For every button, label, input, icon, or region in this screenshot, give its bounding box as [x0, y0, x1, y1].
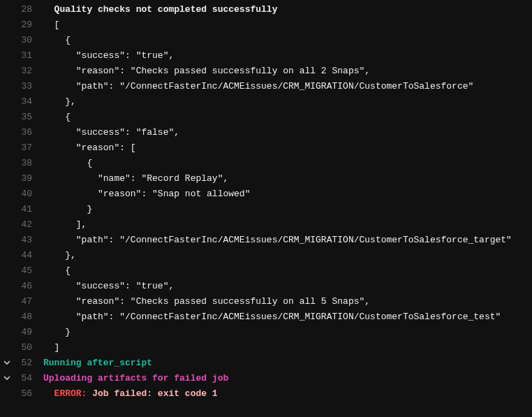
log-line: 35 { [0, 109, 532, 124]
line-number: 50 [14, 342, 35, 353]
log-line: 52Running after_script [0, 355, 532, 370]
line-number: 30 [14, 35, 35, 45]
log-line: 32 "reason": "Checks passed successfully… [0, 63, 532, 78]
log-line: 45 { [0, 263, 532, 278]
line-number: 34 [14, 96, 35, 107]
log-line: 38 { [0, 155, 532, 170]
line-number: 56 [14, 388, 35, 399]
log-text: { [35, 158, 92, 168]
line-number: 46 [14, 281, 35, 291]
log-text: "success": "false", [35, 127, 179, 138]
log-text: } [35, 327, 71, 337]
log-line: 56 ERROR: Job failed: exit code 1 [0, 386, 532, 401]
line-number: 44 [14, 250, 35, 261]
log-line: 30 { [0, 32, 532, 47]
log-text: "success": "true", [35, 281, 174, 291]
log-line: 42 ], [0, 217, 532, 232]
line-number: 41 [14, 204, 35, 214]
log-line: 48 "path": "/ConnectFasterInc/ACMEissues… [0, 309, 532, 324]
log-text: }, [35, 96, 76, 107]
log-line: 41 } [0, 201, 532, 217]
line-number: 37 [14, 142, 35, 153]
log-line: 37 "reason": [ [0, 140, 532, 155]
line-number: 40 [14, 189, 35, 199]
log-line: 28 Quality checks not completed successf… [0, 1, 532, 17]
log-line: 50 ] [0, 339, 532, 355]
error-label: ERROR: [54, 388, 93, 399]
log-text: "reason": "Snap not allowed" [35, 189, 250, 199]
line-number: 38 [14, 158, 35, 168]
line-number: 35 [14, 112, 35, 122]
line-number: 36 [14, 127, 35, 138]
log-text: { [35, 35, 71, 45]
log-text: Uploading artifacts for failed job [35, 373, 228, 383]
log-line: 44 }, [0, 247, 532, 263]
line-number: 28 [14, 4, 35, 15]
line-number: 31 [14, 50, 35, 61]
log-text: "path": "/ConnectFasterInc/ACMEissues/CR… [35, 312, 501, 322]
log-line: 39 "name": "Record Replay", [0, 170, 532, 186]
log-text: "name": "Record Replay", [35, 173, 228, 184]
log-text: }, [35, 250, 76, 261]
chevron-down-icon[interactable] [0, 359, 14, 366]
log-line: 47 "reason": "Checks passed successfully… [0, 293, 532, 309]
log-line: 46 "success": "true", [0, 278, 532, 293]
line-number: 48 [14, 312, 35, 322]
line-number: 54 [14, 373, 35, 383]
log-text: ], [35, 219, 87, 230]
line-number: 47 [14, 296, 35, 307]
log-line: 54Uploading artifacts for failed job [0, 370, 532, 386]
line-number: 39 [14, 173, 35, 184]
log-line: 40 "reason": "Snap not allowed" [0, 186, 532, 201]
line-number: 29 [14, 20, 35, 30]
log-text: "path": "/ConnectFasterInc/ACMEissues/CR… [35, 81, 473, 92]
log-text: Running after_script [35, 358, 152, 368]
log-text: "reason": "Checks passed successfully on… [35, 66, 370, 76]
line-number: 42 [14, 219, 35, 230]
log-line: 34 }, [0, 94, 532, 109]
line-number: 49 [14, 327, 35, 337]
log-text: } [35, 204, 92, 214]
log-line: 29 [ [0, 17, 532, 32]
log-text: { [35, 112, 71, 122]
log-text: "success": "true", [35, 50, 174, 61]
log-line: 33 "path": "/ConnectFasterInc/ACMEissues… [0, 78, 532, 94]
log-line: 49 } [0, 324, 532, 339]
log-text: { [35, 265, 71, 276]
line-number: 43 [14, 235, 35, 245]
chevron-down-icon[interactable] [0, 374, 14, 381]
log-line: 36 "success": "false", [0, 124, 532, 140]
line-number: 32 [14, 66, 35, 76]
line-number: 52 [14, 358, 35, 368]
log-text: ] [35, 342, 59, 353]
log-text: Quality checks not completed successfull… [35, 4, 277, 15]
log-viewer: 28 Quality checks not completed successf… [0, 0, 532, 401]
log-text: [ [35, 20, 59, 30]
line-number: 33 [14, 81, 35, 92]
log-text: ERROR: Job failed: exit code 1 [35, 388, 218, 399]
log-text: "path": "/ConnectFasterInc/ACMEissues/CR… [35, 235, 512, 245]
line-number: 45 [14, 265, 35, 276]
log-text: "reason": [ [35, 142, 136, 153]
log-text: "reason": "Checks passed successfully on… [35, 296, 370, 307]
log-line: 43 "path": "/ConnectFasterInc/ACMEissues… [0, 232, 532, 247]
log-line: 31 "success": "true", [0, 47, 532, 63]
error-message: Job failed: exit code 1 [92, 388, 217, 399]
